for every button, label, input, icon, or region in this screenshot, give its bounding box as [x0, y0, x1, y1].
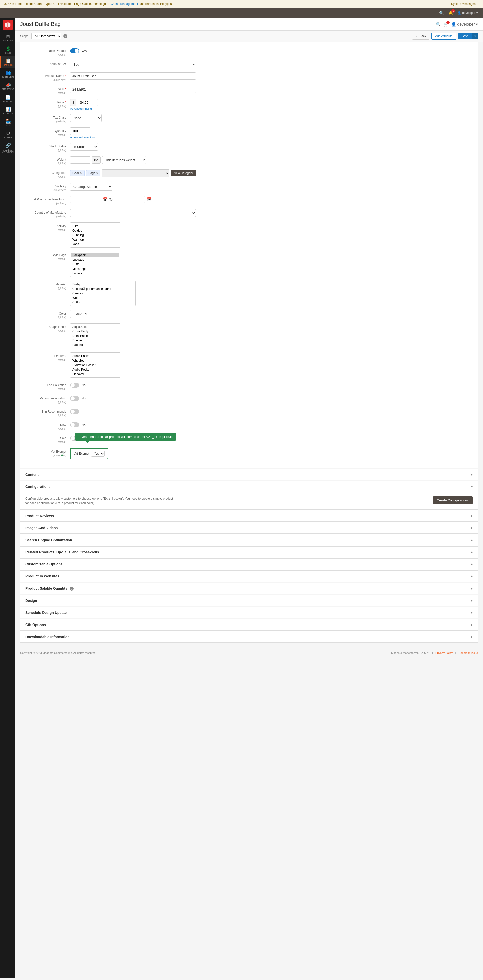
main-content: Joust Duffle Bag 🔍 🛒 1 👤 developer ▾ Sco… [15, 18, 483, 978]
seo-header[interactable]: Search Engine Optimization ▸ [21, 535, 478, 546]
vat-exempt-select[interactable]: Yes No [91, 450, 105, 457]
save-button[interactable]: Save [458, 33, 472, 40]
warning-icon: ⚠ [4, 2, 7, 6]
developer-header-btn[interactable]: 👤 developer ▾ [451, 22, 478, 27]
strap-handle-label: Strap/Handle [global] [25, 323, 70, 332]
product-name-input[interactable] [70, 72, 196, 80]
activity-label: Activity [global] [25, 223, 70, 232]
attribute-set-select[interactable]: Bag [70, 60, 196, 68]
page-header: Joust Duffle Bag 🔍 🛒 1 👤 developer ▾ [15, 18, 483, 31]
related-products-section: Related Products, Up-Sells, and Cross-Se… [20, 546, 478, 558]
tax-class-label: Tax Class [website] [25, 114, 70, 123]
material-multiselect[interactable]: Burlap Cocona® performance fabric Canvas… [70, 281, 135, 306]
country-manufacture-select[interactable] [70, 209, 196, 217]
downloadable-info-header[interactable]: Downloadable Information ▸ [21, 631, 478, 642]
attribute-set-row: Attribute Set Bag [25, 60, 473, 68]
sidebar-item-catalog[interactable]: 📋 CATALOG [0, 56, 15, 68]
category-tag-bags-remove[interactable]: × [96, 171, 98, 175]
back-button[interactable]: ← Back [412, 33, 429, 40]
scope-select[interactable]: All Store Views [32, 33, 61, 40]
weight-type-select[interactable]: This item has weight This item has no we… [102, 156, 146, 164]
save-dropdown-button[interactable]: ▾ [472, 33, 478, 40]
sidebar-item-partners[interactable]: 🔗 FIND PARTNERS & EXTENSIONS [0, 140, 15, 156]
notifications-icon[interactable]: 🔔 1 [448, 11, 453, 15]
new-category-button[interactable]: New Category [171, 170, 196, 177]
activity-control: Hike Outdoor Running Warmup Yoga Recreat… [70, 223, 196, 248]
copyright-text: Copyright © 2023 Magento Commerce Inc. A… [20, 651, 96, 654]
activity-multiselect[interactable]: Hike Outdoor Running Warmup Yoga Recreat… [70, 223, 121, 248]
downloadable-info-chevron-icon: ▸ [471, 635, 473, 639]
price-row: Price * [global] $ Advanced Pricing [25, 99, 473, 110]
eco-collection-toggle[interactable] [70, 383, 79, 388]
scope-label: Scope: [20, 35, 29, 38]
search-icon[interactable]: 🔍 [439, 11, 444, 15]
product-salable-qty-header[interactable]: Product Salable Quantity ? ▸ [21, 583, 478, 594]
sidebar-item-content[interactable]: 📄 CONTENT [0, 92, 15, 104]
performance-fabric-toggle[interactable] [70, 396, 79, 401]
enable-product-toggle[interactable] [70, 48, 79, 53]
search-header-icon[interactable]: 🔍 [436, 22, 441, 27]
calendar-from-icon[interactable]: 📅 [102, 197, 107, 202]
advanced-pricing-link[interactable]: Advanced Pricing [70, 107, 196, 110]
quantity-input[interactable] [70, 127, 90, 135]
design-section: Design ▸ [20, 595, 478, 606]
advanced-inventory-link[interactable]: Advanced Inventory [70, 136, 196, 139]
sidebar-item-marketing[interactable]: 📣 MARKETING [0, 80, 15, 92]
sidebar-item-reports[interactable]: 📊 REPORTS [0, 104, 15, 116]
eco-collection-label: Eco Collection [global] [25, 382, 70, 391]
color-control: Black Blue Red White [70, 310, 196, 318]
category-select[interactable] [102, 169, 169, 177]
features-multiselect[interactable]: Audio Pocket Wheeled Hydration Pocket Au… [70, 353, 121, 378]
visibility-select[interactable]: Not Visible Individually Catalog Search … [70, 183, 112, 191]
salable-qty-help-icon[interactable]: ? [70, 587, 74, 590]
category-tag-gear-remove[interactable]: × [80, 171, 82, 175]
help-icon[interactable]: ? [64, 34, 67, 38]
tax-class-select[interactable]: None Taxable Goods [70, 114, 102, 122]
product-websites-chevron-icon: ▸ [471, 574, 473, 578]
product-websites-header[interactable]: Product in Websites ▸ [21, 571, 478, 582]
configurations-header[interactable]: Configurations ▾ [21, 481, 478, 492]
sidebar-item-sales[interactable]: 💲 SALES [0, 44, 15, 56]
strap-handle-multiselect[interactable]: Adjustable Cross Body Detachable Double … [70, 323, 121, 348]
stock-status-select[interactable]: In Stock Out of Stock [70, 143, 98, 151]
color-select[interactable]: Black Blue Red White [70, 310, 88, 318]
privacy-policy-link[interactable]: Privacy Policy [435, 651, 453, 654]
dashboard-icon: ⊞ [6, 35, 10, 39]
eco-collection-value: No [81, 383, 86, 387]
weight-input[interactable] [70, 156, 90, 164]
create-configurations-button[interactable]: Create Configurations [433, 496, 473, 504]
report-bug-link[interactable]: Report an Issue [458, 651, 478, 654]
product-reviews-header[interactable]: Product Reviews ▸ [21, 511, 478, 522]
sidebar-item-system[interactable]: ⚙ SYSTEM [0, 129, 15, 140]
developer-menu[interactable]: 👤 developer ▾ [457, 11, 478, 14]
cache-management-link[interactable]: Cache Management [111, 2, 138, 6]
sidebar-item-customers[interactable]: 👥 CUSTOMERS [0, 68, 15, 80]
content-label: Content [26, 473, 39, 477]
product-websites-section: Product in Websites ▸ [20, 570, 478, 582]
erin-recommends-toggle[interactable] [70, 409, 79, 414]
date-from-input[interactable] [70, 196, 100, 203]
sku-input[interactable] [70, 86, 196, 93]
customizable-options-header[interactable]: Customizable Options ▸ [21, 558, 478, 570]
magento-logo[interactable] [3, 20, 13, 30]
new-from-label: Set Product as New From [website] [25, 196, 70, 205]
sidebar-item-label: SYSTEM [4, 136, 12, 138]
sidebar-item-dashboard[interactable]: ⊞ DASHBOARD [0, 32, 15, 44]
style-bags-multiselect[interactable]: Backpack Luggage Duffel Messenger Laptop… [70, 252, 121, 277]
product-reviews-section: Product Reviews ▸ [20, 510, 478, 522]
schedule-design-header[interactable]: Schedule Design Update ▸ [21, 607, 478, 618]
categories-control: Gear × Bags × New Category [70, 169, 196, 177]
design-header[interactable]: Design ▸ [21, 595, 478, 606]
images-videos-header[interactable]: Images And Videos ▸ [21, 522, 478, 533]
add-attribute-button[interactable]: Add Attribute [432, 33, 456, 40]
sidebar-item-stores[interactable]: 🏪 STORES [0, 116, 15, 129]
date-to-input[interactable] [115, 196, 145, 203]
calendar-to-icon[interactable]: 📅 [147, 197, 152, 202]
related-products-header[interactable]: Related Products, Up-Sells, and Cross-Se… [21, 547, 478, 558]
new-toggle[interactable] [70, 422, 79, 427]
content-header[interactable]: Content ▸ [21, 469, 478, 480]
price-input[interactable] [78, 99, 98, 106]
gift-options-header[interactable]: Gift Options ▸ [21, 619, 478, 630]
cart-icon[interactable]: 🛒 1 [443, 22, 448, 27]
erin-recommends-row: Erin Recommends [global] [25, 408, 473, 417]
